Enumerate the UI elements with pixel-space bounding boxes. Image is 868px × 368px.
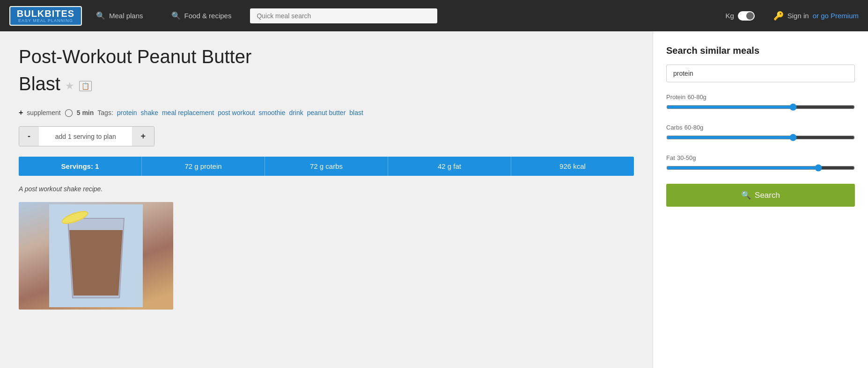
premium-link[interactable]: or go Premium [813, 12, 859, 20]
protein-slider-container: Protein 60-80g [666, 93, 855, 113]
tag-meal-replacement[interactable]: meal replacement [162, 109, 214, 116]
header: BULKBITES EASY MEAL PLANNING 🔍 Meal plan… [0, 0, 868, 31]
meal-image-placeholder [19, 202, 173, 310]
time-label: 5 min [77, 109, 94, 116]
svg-marker-2 [69, 230, 123, 296]
serving-text: add 1 serving to plan [39, 133, 132, 140]
meal-description: A post workout shake recipe. [19, 185, 634, 193]
tag-protein[interactable]: protein [117, 109, 137, 116]
tag-blast[interactable]: blast [349, 109, 363, 116]
sign-in-text[interactable]: Sign in [787, 12, 809, 20]
fat-cell: 42 g fat [388, 157, 511, 176]
carbs-cell: 72 g carbs [265, 157, 388, 176]
main-content: Post-Workout Peanut Butter Blast ★ 📋 + s… [0, 31, 653, 368]
tag-post-workout[interactable]: post workout [218, 109, 255, 116]
meal-title-line2: Blast [19, 72, 60, 95]
title-line2: Blast ★ 📋 [19, 72, 634, 100]
fat-slider-container: Fat 30-50g [666, 153, 855, 173]
fat-label: Fat 30-50g [666, 153, 855, 161]
nav-food-recipes-label: Food & recipes [184, 12, 232, 20]
unit-toggle: Kg [725, 11, 754, 21]
search-similar-button[interactable]: 🔍 Search [666, 184, 855, 207]
meta-row: + supplement ◯ 5 min Tags: protein shake… [19, 108, 634, 117]
serving-control: - add 1 serving to plan + [19, 126, 154, 146]
tags-label: Tags: [97, 109, 113, 116]
favorite-star-icon[interactable]: ★ [65, 80, 74, 92]
supplement-plus-icon: + [19, 108, 23, 117]
tag-peanut-butter[interactable]: peanut butter [307, 109, 346, 116]
carbs-label: Carbs 60-80g [666, 123, 855, 131]
increase-serving-button[interactable]: + [132, 127, 154, 146]
meal-image [19, 202, 173, 310]
nutrition-bar: Servings: 1 72 g protein 72 g carbs 42 g… [19, 157, 634, 176]
carbs-slider-container: Carbs 60-80g [666, 123, 855, 143]
nav-meal-plans[interactable]: 🔍 Meal plans [82, 0, 157, 31]
carbs-range: 60-80g [684, 124, 703, 131]
tag-drink[interactable]: drink [289, 109, 303, 116]
carbs-slider[interactable] [666, 134, 855, 141]
search-icon-2: 🔍 [171, 11, 181, 20]
nav-food-recipes[interactable]: 🔍 Food & recipes [157, 0, 246, 31]
unit-toggle-switch[interactable] [738, 11, 755, 21]
nav-meal-plans-label: Meal plans [109, 12, 143, 20]
protein-range: 60-80g [687, 94, 706, 101]
meal-title-line1: Post-Workout Peanut Butter [19, 45, 634, 68]
servings-cell: Servings: 1 [19, 157, 142, 176]
fat-range: 30-50g [677, 154, 696, 161]
kcal-cell: 926 kcal [511, 157, 634, 176]
decrease-serving-button[interactable]: - [19, 127, 39, 146]
sidebar-title: Search similar meals [666, 45, 855, 56]
search-similar-input[interactable] [666, 65, 855, 82]
notes-icon[interactable]: 📋 [79, 81, 92, 91]
auth-area: 🔑 Sign in or go Premium [773, 11, 859, 21]
protein-label: Protein 60-80g [666, 93, 855, 101]
logo-title: BULKBITES [17, 9, 74, 18]
search-icon-btn: 🔍 [741, 190, 751, 200]
clock-icon: ◯ [65, 108, 73, 117]
tag-shake[interactable]: shake [141, 109, 158, 116]
protein-slider[interactable] [666, 103, 855, 111]
content-wrapper: Post-Workout Peanut Butter Blast ★ 📋 + s… [0, 31, 868, 368]
logo[interactable]: BULKBITES EASY MEAL PLANNING [9, 6, 82, 26]
supplement-label: supplement [27, 109, 60, 116]
key-icon: 🔑 [773, 11, 784, 21]
search-button-label: Search [755, 191, 780, 200]
right-sidebar: Search similar meals Protein 60-80g Carb… [653, 31, 868, 368]
search-icon: 🔍 [96, 11, 105, 20]
quick-meal-search-input[interactable] [250, 8, 437, 23]
protein-cell: 72 g protein [142, 157, 265, 176]
logo-subtitle: EASY MEAL PLANNING [18, 18, 73, 23]
unit-label: Kg [725, 12, 734, 20]
fat-slider[interactable] [666, 164, 855, 172]
tag-smoothie[interactable]: smoothie [259, 109, 286, 116]
